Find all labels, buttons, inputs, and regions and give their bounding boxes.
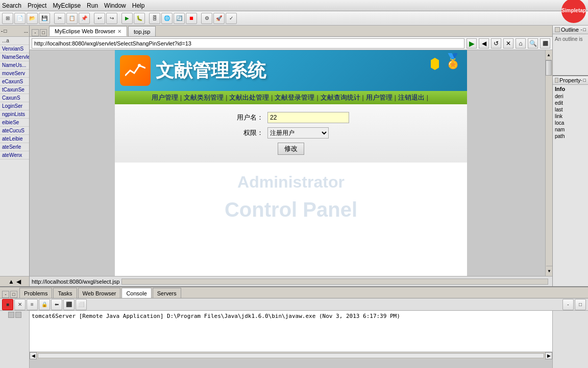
tab-web-browser-bottom[interactable]: Web Browser (78, 288, 121, 298)
toolbar-btn-8[interactable]: ↩ (94, 13, 105, 24)
sidebar-item-5[interactable]: eCaxunS (0, 78, 29, 86)
scrollbar-up[interactable]: ▲ (546, 50, 552, 60)
outline-toggle[interactable] (555, 27, 560, 32)
tab-top-jsp[interactable]: top.jsp (128, 26, 156, 36)
hscroll-left[interactable]: ◀ (30, 352, 37, 359)
scrollbar-thumb[interactable] (546, 60, 552, 76)
address-input[interactable] (32, 38, 464, 49)
tab-web-browser-close[interactable]: ✕ (117, 29, 121, 34)
addr-btn-zoom1[interactable]: 🔍 (528, 38, 538, 49)
menu-search[interactable]: Search (2, 2, 21, 9)
console-stop-btn[interactable]: ■ (2, 299, 13, 310)
toolbar-btn-deploy[interactable]: 🚀 (213, 13, 225, 24)
go-button[interactable]: ▶ (467, 38, 477, 49)
hscroll-right[interactable]: ▶ (545, 352, 552, 359)
nav-link-query[interactable]: 文献查询统计 (321, 93, 360, 102)
console-btn-7[interactable]: ⬜ (76, 299, 87, 310)
simpletap-button[interactable]: Simpletap (561, 0, 586, 23)
sidebar-item-9[interactable]: ngpinLists (0, 110, 29, 119)
tab-bar-btn-2[interactable]: □ (40, 29, 47, 36)
tab-console[interactable]: Console (121, 288, 151, 298)
sidebar-item-3[interactable]: NameUs... (0, 61, 29, 70)
menu-help[interactable]: Help (132, 2, 145, 9)
menu-window[interactable]: Window (104, 2, 126, 9)
permission-select[interactable]: 注册用户 管理员 (267, 127, 329, 139)
addr-btn-back[interactable]: ◀ (479, 38, 489, 49)
sidebar-item-6[interactable]: tCaxunSe (0, 86, 29, 94)
toolbar-btn-refresh[interactable]: 🔄 (174, 13, 185, 24)
toolbar-btn-1[interactable]: ⊞ (2, 13, 13, 24)
toolbar-btn-4[interactable]: 💾 (39, 13, 50, 24)
sidebar-item-12[interactable]: ateLeibie (0, 135, 29, 143)
nav-link-users[interactable]: 用户管理 (366, 93, 393, 102)
left-panel-arrow[interactable]: ... (24, 28, 28, 34)
sidebar-item-1[interactable]: VenxianS (0, 45, 29, 53)
nav-link-logout[interactable]: 注销退出 (398, 93, 425, 102)
sidebar-item-2[interactable]: NameServlet.j (0, 53, 29, 61)
console-expand-btn[interactable]: □ (575, 299, 586, 310)
menu-run[interactable]: Run (87, 2, 98, 9)
bottom-panel-btn-1[interactable]: - (2, 291, 9, 298)
addr-btn-refresh[interactable]: ↺ (491, 38, 501, 49)
console-collapse-btn[interactable]: - (562, 299, 574, 310)
outline-maximize[interactable]: □ (583, 27, 586, 32)
sidebar-item-8[interactable]: LoginSer (0, 102, 29, 110)
tab-problems[interactable]: Problems (19, 288, 52, 298)
toolbar-btn-7[interactable]: 📌 (79, 13, 90, 24)
toolbar-btn-5[interactable]: ✂ (54, 13, 65, 24)
toolbar-btn-globe[interactable]: 🌐 (161, 13, 173, 24)
addr-btn-home[interactable]: ⌂ (516, 38, 526, 49)
tab-bar-btn-1[interactable]: - (32, 29, 39, 36)
property-maximize[interactable]: □ (583, 78, 586, 83)
toolbar-btn-validate[interactable]: ✓ (226, 13, 237, 24)
left-panel-minimize[interactable]: - (1, 28, 3, 34)
panel-icon-2[interactable] (15, 312, 21, 318)
sidebar-item-0[interactable]: ...a (0, 37, 29, 45)
addr-btn-zoom2[interactable]: ⬛ (540, 38, 550, 49)
sidebar-item-10[interactable]: eibieSe (0, 119, 29, 127)
nav-link-source[interactable]: 文献出处管理 (229, 93, 269, 102)
property-toggle[interactable] (555, 78, 558, 83)
outline-minimize[interactable]: - (581, 27, 582, 32)
sidebar-item-4[interactable]: moveServ (0, 70, 29, 78)
toolbar-btn-run[interactable]: ▶ (121, 13, 133, 24)
sidebar-item-11[interactable]: ateCucuS (0, 127, 29, 135)
username-input[interactable] (267, 112, 349, 123)
addr-btn-stop[interactable]: ✕ (503, 38, 513, 49)
menu-project[interactable]: Project (28, 2, 46, 9)
console-btn-6[interactable]: ⬛ (63, 299, 75, 310)
toolbar-btn-3[interactable]: 📂 (27, 13, 38, 24)
sidebar-item-13[interactable]: ateSerle (0, 143, 29, 151)
browser-scrollbar[interactable]: ▲ ▼ (545, 50, 552, 276)
nav-link-user-manage[interactable]: 用户管理 (152, 93, 178, 102)
tab-servers[interactable]: Servers (153, 288, 181, 298)
console-btn-5[interactable]: ⬅ (51, 299, 62, 310)
left-panel-maximize[interactable]: □ (4, 28, 7, 34)
toolbar-btn-debug[interactable]: 🐛 (134, 13, 145, 24)
toolbar-btn-2[interactable]: 📄 (14, 13, 26, 24)
console-btn-4[interactable]: 🔒 (39, 299, 50, 310)
tab-tasks[interactable]: Tasks (53, 288, 77, 298)
nav-link-register[interactable]: 文献登录管理 (275, 93, 314, 102)
toolbar-btn-9[interactable]: ↪ (106, 13, 117, 24)
panel-left (0, 311, 30, 368)
bottom-panel-btn-2[interactable]: □ (10, 291, 17, 298)
toolbar-btn-6[interactable]: 📋 (66, 13, 78, 24)
toolbar-btn-stop[interactable]: ⏹ (186, 13, 197, 24)
sidebar-item-7[interactable]: CaxunS (0, 94, 29, 102)
sidebar-scroll-up[interactable]: ▲ (8, 278, 14, 285)
bottom-scrollbar[interactable]: ◀ ▶ (30, 352, 552, 359)
menu-myeclipse[interactable]: MyEclipse (53, 2, 81, 9)
console-clear-btn[interactable]: ✕ (14, 299, 26, 310)
submit-button[interactable]: 修改 (278, 143, 304, 155)
nav-link-category[interactable]: 文献类别管理 (184, 93, 224, 102)
toolbar-btn-config[interactable]: ⚙ (201, 13, 212, 24)
scrollbar-down[interactable]: ▼ (546, 266, 552, 276)
panel-icon-1[interactable] (8, 312, 14, 318)
toolbar-btn-db[interactable]: 🗄 (149, 13, 160, 24)
console-btn-3[interactable]: ≡ (27, 299, 38, 310)
tab-web-browser[interactable]: MyEclipse Web Browser ✕ (49, 26, 127, 36)
property-minimize[interactable]: - (581, 78, 582, 83)
sidebar-item-14[interactable]: ateWenx (0, 151, 29, 159)
sidebar-collapse[interactable]: ◀ (16, 278, 21, 285)
